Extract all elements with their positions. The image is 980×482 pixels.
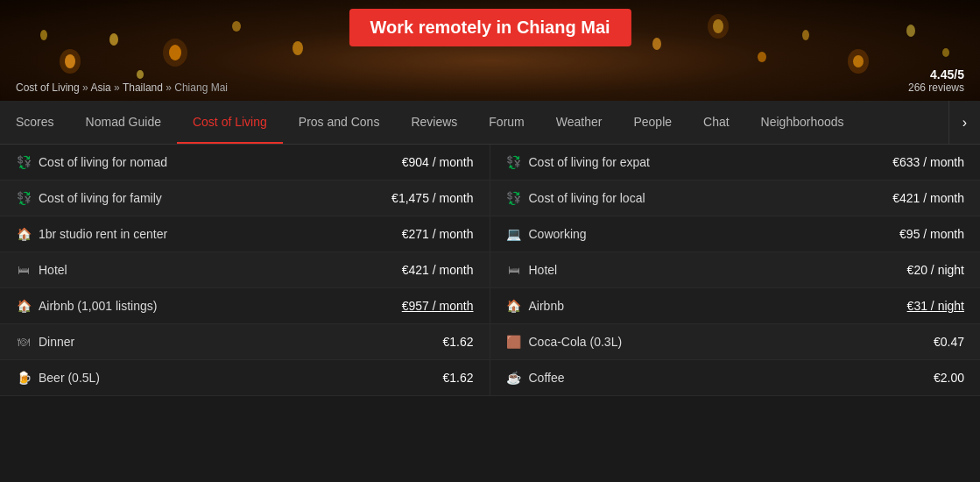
cocacola-label: 🟫 Coca-Cola (0.3L) xyxy=(506,335,623,349)
studio-icon: 🏠 xyxy=(16,227,32,241)
svg-point-10 xyxy=(802,30,809,40)
rating-score: 4.45/5 xyxy=(908,67,964,82)
expat-cost-label: 💱 Cost of living for expat xyxy=(506,155,651,169)
beer-value: €1.62 xyxy=(442,371,473,385)
tab-neighborhoods[interactable]: Neighborhoods xyxy=(745,102,860,145)
beer-icon: 🍺 xyxy=(16,371,32,385)
row-airbnb-right: 🏠 Airbnb €31 / night xyxy=(490,288,981,324)
content-area: 💱 Cost of living for nomad €904 / month … xyxy=(0,145,980,396)
row-family-cost: 💱 Cost of living for family €1,475 / mon… xyxy=(0,181,490,216)
studio-rent-value: €271 / month xyxy=(402,227,474,241)
breadcrumb-current: Chiang Mai xyxy=(174,82,228,94)
coffee-text: Coffee xyxy=(529,371,565,385)
breadcrumb-cost-of-living[interactable]: Cost of Living xyxy=(16,82,80,94)
tab-cost-of-living[interactable]: Cost of Living xyxy=(177,102,283,145)
hotel-left-label: 🛏 Hotel xyxy=(16,263,67,277)
family-cost-text: Cost of living for family xyxy=(39,191,162,205)
coffee-icon: ☕ xyxy=(506,371,522,385)
row-hotel-left: 🛏 Hotel €421 / month xyxy=(0,252,490,288)
airbnb-left-icon: 🏠 xyxy=(16,299,32,313)
cocacola-icon: 🟫 xyxy=(506,335,522,349)
studio-rent-label: 🏠 1br studio rent in center xyxy=(16,227,167,241)
local-cost-text: Cost of living for local xyxy=(529,191,645,205)
expat-cost-text: Cost of living for expat xyxy=(529,155,651,169)
local-cost-label: 💱 Cost of living for local xyxy=(506,191,645,205)
tab-forum[interactable]: Forum xyxy=(473,102,539,145)
family-cost-value: €1,475 / month xyxy=(391,191,473,205)
row-nomad-cost: 💱 Cost of living for nomad €904 / month xyxy=(0,145,490,181)
hotel-right-label: 🛏 Hotel xyxy=(506,263,558,277)
hotel-right-text: Hotel xyxy=(529,263,558,277)
family-cost-label: 💱 Cost of living for family xyxy=(16,191,162,205)
svg-point-7 xyxy=(652,38,661,50)
svg-point-3 xyxy=(232,21,241,32)
row-cocacola: 🟫 Coca-Cola (0.3L) €0.47 xyxy=(490,324,981,360)
svg-point-9 xyxy=(758,52,766,62)
nomad-cost-label: 💱 Cost of living for nomad xyxy=(16,155,167,169)
row-coworking: 💻 Coworking €95 / month xyxy=(490,216,981,252)
svg-point-4 xyxy=(293,41,303,55)
airbnb-left-value[interactable]: €957 / month xyxy=(402,299,474,313)
tab-weather[interactable]: Weather xyxy=(540,102,618,145)
dinner-icon: 🍽 xyxy=(16,335,32,349)
dinner-value: €1.62 xyxy=(442,335,473,349)
svg-point-16 xyxy=(708,14,729,39)
coworking-icon: 💻 xyxy=(506,227,522,241)
tab-people[interactable]: People xyxy=(617,102,687,145)
airbnb-right-icon: 🏠 xyxy=(506,299,522,313)
airbnb-right-text: Airbnb xyxy=(529,299,564,313)
nomad-cost-icon: 💱 xyxy=(16,155,32,169)
row-local-cost: 💱 Cost of living for local €421 / month xyxy=(490,181,981,216)
row-hotel-right: 🛏 Hotel €20 / night xyxy=(490,252,981,288)
svg-point-14 xyxy=(60,49,81,74)
rating-section: 4.45/5 266 reviews xyxy=(908,67,964,94)
cocacola-value: €0.47 xyxy=(934,335,964,349)
svg-point-1 xyxy=(109,33,118,46)
beer-label: 🍺 Beer (0.5L) xyxy=(16,371,100,385)
cocacola-text: Coca-Cola (0.3L) xyxy=(529,335,623,349)
breadcrumb-thailand[interactable]: Thailand xyxy=(123,82,163,94)
rating-reviews: 266 reviews xyxy=(908,82,964,94)
hero-section: Work remotely in Chiang Mai Cost of Livi… xyxy=(0,0,980,101)
coffee-value: €2.00 xyxy=(934,371,964,385)
row-expat-cost: 💱 Cost of living for expat €633 / month xyxy=(490,145,981,181)
nomad-cost-value: €904 / month xyxy=(402,155,474,169)
row-airbnb-left: 🏠 Airbnb (1,001 listings) €957 / month xyxy=(0,288,490,324)
svg-point-12 xyxy=(906,25,915,37)
hotel-right-value: €20 / night xyxy=(907,263,964,277)
breadcrumb-asia[interactable]: Asia xyxy=(90,82,110,94)
tab-nomad-guide[interactable]: Nomad Guide xyxy=(70,102,177,145)
coworking-label: 💻 Coworking xyxy=(506,227,587,241)
tab-pros-and-cons[interactable]: Pros and Cons xyxy=(283,102,396,145)
family-cost-icon: 💱 xyxy=(16,191,32,205)
coworking-text: Coworking xyxy=(529,227,587,241)
local-cost-icon: 💱 xyxy=(506,191,522,205)
svg-point-5 xyxy=(137,70,144,79)
expat-cost-icon: 💱 xyxy=(506,155,522,169)
row-coffee: ☕ Coffee €2.00 xyxy=(490,360,981,396)
row-dinner: 🍽 Dinner €1.62 xyxy=(0,324,490,360)
airbnb-left-text: Airbnb (1,001 listings) xyxy=(39,299,157,313)
beer-text: Beer (0.5L) xyxy=(39,371,100,385)
tab-chat[interactable]: Chat xyxy=(687,102,745,145)
row-beer: 🍺 Beer (0.5L) €1.62 xyxy=(0,360,490,396)
studio-rent-text: 1br studio rent in center xyxy=(39,227,167,241)
airbnb-right-value[interactable]: €31 / night xyxy=(907,299,964,313)
nav-scroll-right[interactable]: › xyxy=(948,101,980,144)
breadcrumb: Cost of Living » Asia » Thailand » Chian… xyxy=(16,82,228,94)
row-studio-rent: 🏠 1br studio rent in center €271 / month xyxy=(0,216,490,252)
local-cost-value: €421 / month xyxy=(892,191,964,205)
coffee-label: ☕ Coffee xyxy=(506,371,565,385)
svg-point-17 xyxy=(848,49,869,74)
hotel-right-icon: 🛏 xyxy=(506,263,522,277)
tab-scores[interactable]: Scores xyxy=(0,102,70,145)
right-cost-column: 💱 Cost of living for expat €633 / month … xyxy=(490,145,981,396)
svg-point-13 xyxy=(942,48,949,57)
tab-reviews[interactable]: Reviews xyxy=(395,102,473,145)
expat-cost-value: €633 / month xyxy=(892,155,964,169)
dinner-label: 🍽 Dinner xyxy=(16,335,74,349)
airbnb-right-label: 🏠 Airbnb xyxy=(506,299,564,313)
airbnb-left-label: 🏠 Airbnb (1,001 listings) xyxy=(16,299,157,313)
dinner-text: Dinner xyxy=(39,335,74,349)
left-cost-column: 💱 Cost of living for nomad €904 / month … xyxy=(0,145,490,396)
